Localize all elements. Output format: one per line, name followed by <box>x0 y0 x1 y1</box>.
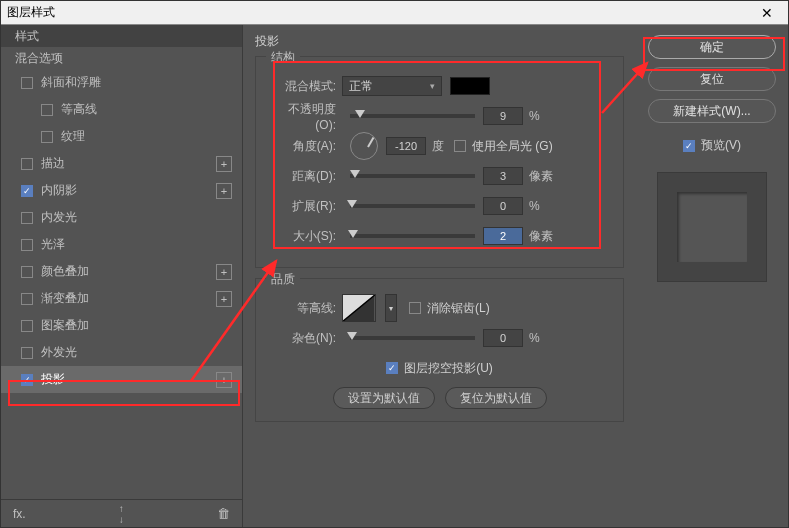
sidebar-footer: fx. ↑↓ 🗑 <box>1 499 242 527</box>
structure-fieldset: 结构 混合模式: 正常 ▾ 不透明度(O): % 角度(A): <box>255 56 624 268</box>
style-checkbox[interactable] <box>21 320 33 332</box>
preview-label: 预览(V) <box>701 137 741 154</box>
spread-slider[interactable] <box>350 204 475 208</box>
noise-slider[interactable] <box>350 336 475 340</box>
plus-icon[interactable]: + <box>216 291 232 307</box>
style-checkbox[interactable] <box>21 239 33 251</box>
plus-icon[interactable]: + <box>216 183 232 199</box>
contour-row: 等高线: ▾ 消除锯齿(L) <box>268 297 611 319</box>
style-checkbox[interactable]: ✓ <box>21 185 33 197</box>
right-panel: 确定 复位 新建样式(W)... ✓ 预览(V) <box>636 25 788 527</box>
blend-options-item[interactable]: 混合选项 <box>1 47 242 69</box>
opacity-label: 不透明度(O): <box>268 101 342 132</box>
global-light-label: 使用全局光 (G) <box>472 138 553 155</box>
style-item-4[interactable]: ✓内阴影+ <box>1 177 242 204</box>
preview-row: ✓ 预览(V) <box>683 137 741 154</box>
global-light-checkbox[interactable] <box>454 140 466 152</box>
style-item-label: 图案叠加 <box>41 317 232 334</box>
reset-default-button[interactable]: 复位为默认值 <box>445 387 547 409</box>
size-label: 大小(S): <box>268 228 342 245</box>
angle-input[interactable] <box>386 137 426 155</box>
quality-fieldset: 品质 等高线: ▾ 消除锯齿(L) 杂色(N): % <box>255 278 624 422</box>
new-style-button[interactable]: 新建样式(W)... <box>648 99 776 123</box>
style-item-11[interactable]: ✓投影+ <box>1 366 242 393</box>
distance-slider[interactable] <box>350 174 475 178</box>
style-item-label: 纹理 <box>61 128 232 145</box>
style-item-label: 渐变叠加 <box>41 290 216 307</box>
style-item-3[interactable]: 描边+ <box>1 150 242 177</box>
dialog-title: 图层样式 <box>7 4 752 21</box>
angle-dial[interactable] <box>350 132 378 160</box>
distance-row: 距离(D): 像素 <box>268 165 611 187</box>
angle-label: 角度(A): <box>268 138 342 155</box>
style-item-9[interactable]: 图案叠加 <box>1 312 242 339</box>
style-checkbox[interactable] <box>41 131 53 143</box>
size-slider[interactable] <box>350 234 475 238</box>
style-item-1[interactable]: 等高线 <box>1 96 242 123</box>
style-item-6[interactable]: 光泽 <box>1 231 242 258</box>
style-item-2[interactable]: 纹理 <box>1 123 242 150</box>
style-checkbox[interactable]: ✓ <box>21 374 33 386</box>
blend-mode-row: 混合模式: 正常 ▾ <box>268 75 611 97</box>
plus-icon[interactable]: + <box>216 156 232 172</box>
spread-unit: % <box>529 199 540 213</box>
angle-row: 角度(A): 度 使用全局光 (G) <box>268 135 611 157</box>
style-item-label: 内阴影 <box>41 182 216 199</box>
style-item-8[interactable]: 渐变叠加+ <box>1 285 242 312</box>
styles-sidebar: 样式 混合选项 斜面和浮雕等高线纹理描边+✓内阴影+内发光光泽颜色叠加+渐变叠加… <box>1 25 243 527</box>
structure-legend: 结构 <box>266 49 300 66</box>
style-item-label: 描边 <box>41 155 216 172</box>
spread-input[interactable] <box>483 197 523 215</box>
styles-header[interactable]: 样式 <box>1 25 242 47</box>
noise-input[interactable] <box>483 329 523 347</box>
close-icon[interactable]: ✕ <box>752 5 782 21</box>
plus-icon[interactable]: + <box>216 264 232 280</box>
style-item-label: 斜面和浮雕 <box>41 74 232 91</box>
knockout-label: 图层挖空投影(U) <box>404 360 493 377</box>
style-item-label: 颜色叠加 <box>41 263 216 280</box>
style-item-label: 外发光 <box>41 344 232 361</box>
ok-button[interactable]: 确定 <box>648 35 776 59</box>
knockout-checkbox[interactable]: ✓ <box>386 362 398 374</box>
preview-box <box>657 172 767 282</box>
blend-mode-label: 混合模式: <box>268 78 342 95</box>
contour-dropdown[interactable]: ▾ <box>385 294 397 322</box>
noise-row: 杂色(N): % <box>268 327 611 349</box>
style-checkbox[interactable] <box>41 104 53 116</box>
distance-unit: 像素 <box>529 168 553 185</box>
size-row: 大小(S): 像素 <box>268 225 611 247</box>
plus-icon[interactable]: + <box>216 372 232 388</box>
contour-preview[interactable] <box>342 294 376 322</box>
style-checkbox[interactable] <box>21 212 33 224</box>
blend-mode-select[interactable]: 正常 ▾ <box>342 76 442 96</box>
preview-inner <box>677 192 747 262</box>
noise-label: 杂色(N): <box>268 330 342 347</box>
angle-unit: 度 <box>432 138 444 155</box>
fx-icon[interactable]: fx. <box>13 507 26 521</box>
antialias-label: 消除锯齿(L) <box>427 300 490 317</box>
noise-unit: % <box>529 331 540 345</box>
style-checkbox[interactable] <box>21 347 33 359</box>
style-item-5[interactable]: 内发光 <box>1 204 242 231</box>
style-list: 斜面和浮雕等高线纹理描边+✓内阴影+内发光光泽颜色叠加+渐变叠加+图案叠加外发光… <box>1 69 242 499</box>
style-checkbox[interactable] <box>21 158 33 170</box>
style-checkbox[interactable] <box>21 266 33 278</box>
opacity-slider[interactable] <box>350 114 475 118</box>
style-item-7[interactable]: 颜色叠加+ <box>1 258 242 285</box>
set-default-button[interactable]: 设置为默认值 <box>333 387 435 409</box>
layer-style-dialog: 图层样式 ✕ 样式 混合选项 斜面和浮雕等高线纹理描边+✓内阴影+内发光光泽颜色… <box>0 0 789 528</box>
antialias-checkbox[interactable] <box>409 302 421 314</box>
reorder-icon[interactable]: ↑↓ <box>119 503 124 525</box>
opacity-row: 不透明度(O): % <box>268 105 611 127</box>
trash-icon[interactable]: 🗑 <box>217 506 230 521</box>
size-input[interactable] <box>483 227 523 245</box>
style-item-10[interactable]: 外发光 <box>1 339 242 366</box>
style-item-0[interactable]: 斜面和浮雕 <box>1 69 242 96</box>
preview-checkbox[interactable]: ✓ <box>683 140 695 152</box>
style-checkbox[interactable] <box>21 293 33 305</box>
cancel-button[interactable]: 复位 <box>648 67 776 91</box>
opacity-input[interactable] <box>483 107 523 125</box>
style-checkbox[interactable] <box>21 77 33 89</box>
distance-input[interactable] <box>483 167 523 185</box>
shadow-color-swatch[interactable] <box>450 77 490 95</box>
